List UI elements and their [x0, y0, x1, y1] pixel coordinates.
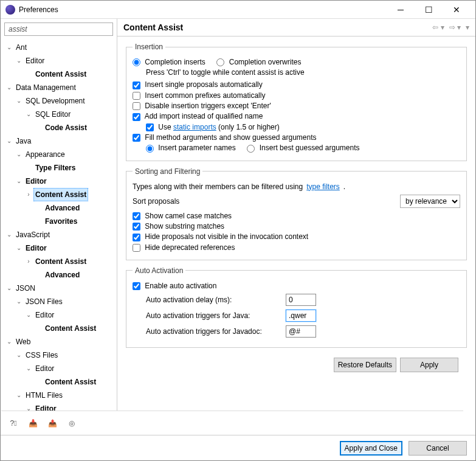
tree-item-label: Type Filters: [33, 161, 77, 175]
tree-item[interactable]: ⌄JavaScript: [3, 228, 117, 241]
tree-item[interactable]: ⌄Web: [3, 335, 117, 348]
cb-use-static-imports[interactable]: Use static imports (only 1.5 or higher): [146, 123, 280, 131]
export-icon[interactable]: 📤: [46, 417, 58, 429]
tree-item[interactable]: ⌄JSON Files: [3, 295, 117, 308]
sort-proposals-select[interactable]: by relevance: [400, 195, 460, 208]
radio-insert-param-names[interactable]: Insert parameter names: [146, 144, 236, 152]
expanded-icon[interactable]: ⌄: [5, 135, 13, 147]
insertion-group: Insertion Completion inserts Completion …: [126, 43, 467, 161]
preferences-tree[interactable]: ⌄Ant⌄EditorContent Assist⌄Data Managemen…: [1, 40, 117, 426]
expanded-icon[interactable]: ⌄: [15, 55, 22, 67]
expanded-icon[interactable]: ⌄: [25, 309, 32, 321]
maximize-button[interactable]: ☐: [415, 1, 443, 19]
collapsed-icon[interactable]: ›: [25, 189, 32, 201]
type-filters-link[interactable]: type filters: [306, 182, 340, 191]
auto-javadoc-input[interactable]: [286, 325, 316, 338]
radio-completion-overwrites[interactable]: Completion overwrites: [216, 58, 301, 66]
tree-item-label: Content Assist: [43, 375, 98, 389]
tree-item[interactable]: Advanced: [3, 268, 117, 282]
cb-hide-deprecated[interactable]: Hide deprecated references: [133, 243, 235, 252]
back-icon[interactable]: ⇦ ▾: [432, 23, 444, 32]
collapsed-icon[interactable]: ›: [25, 255, 32, 268]
cb-hide-invisible[interactable]: Hide proposals not visible in the invoca…: [133, 232, 308, 241]
sorting-group: Sorting and Filtering Types along with t…: [126, 167, 467, 260]
cb-fill-method-args[interactable]: Fill method arguments and show guessed a…: [133, 133, 317, 142]
expanded-icon[interactable]: ⌄: [5, 229, 13, 241]
tree-item[interactable]: ›Content Assist: [3, 188, 117, 201]
expanded-icon[interactable]: ⌄: [15, 148, 22, 161]
cb-disable-triggers[interactable]: Disable insertion triggers except 'Enter…: [133, 102, 271, 110]
tree-item[interactable]: ⌄HTML Files: [3, 389, 117, 402]
toolbar-icons: ?⃝ 📥 📤 ◎: [1, 411, 463, 435]
expanded-icon[interactable]: ⌄: [15, 242, 22, 254]
apply-button[interactable]: Apply: [400, 358, 458, 372]
apply-and-close-button[interactable]: Apply and Close: [340, 441, 402, 456]
tree-item[interactable]: ⌄Editor: [3, 54, 117, 68]
cb-camel-case[interactable]: Show camel case matches: [133, 212, 232, 220]
auto-java-input[interactable]: [286, 310, 316, 322]
filter-input[interactable]: [4, 23, 113, 36]
cb-enable-auto[interactable]: Enable auto activation: [133, 282, 216, 290]
tree-item-label: Content Assist: [43, 322, 98, 335]
oomph-icon[interactable]: ◎: [66, 417, 78, 429]
tree-item-label: SQL Development: [24, 94, 87, 108]
expanded-icon[interactable]: ⌄: [5, 336, 13, 348]
tree-item[interactable]: ⌄SQL Editor: [3, 108, 117, 121]
tree-item[interactable]: ⌄SQL Development: [3, 94, 117, 108]
minimize-button[interactable]: ─: [387, 1, 415, 19]
tree-item[interactable]: Type Filters: [3, 161, 117, 175]
tree-item-label: Content Assist: [33, 188, 88, 201]
menu-icon[interactable]: ▾: [466, 23, 469, 32]
auto-delay-input[interactable]: [286, 294, 316, 306]
tree-item[interactable]: ⌄Editor: [3, 308, 117, 322]
cancel-button[interactable]: Cancel: [409, 441, 467, 456]
expanded-icon[interactable]: ⌄: [25, 362, 32, 375]
static-imports-link[interactable]: static imports: [173, 123, 216, 131]
tree-item-label: Java: [14, 134, 33, 148]
tree-item[interactable]: Code Assist: [3, 121, 117, 134]
tree-item[interactable]: Advanced: [3, 201, 117, 215]
expanded-icon[interactable]: ⌄: [5, 282, 13, 294]
import-icon[interactable]: 📥: [27, 417, 39, 429]
tree-item-label: Content Assist: [33, 68, 88, 81]
forward-icon[interactable]: ⇨ ▾: [449, 23, 461, 32]
tree-item[interactable]: ⌄Data Management: [3, 81, 117, 94]
tree-item[interactable]: Content Assist: [3, 375, 117, 389]
expanded-icon[interactable]: ⌄: [25, 108, 32, 120]
cb-add-import[interactable]: Add import instead of qualified name: [133, 112, 263, 120]
tree-item[interactable]: ›Content Assist: [3, 255, 117, 268]
tree-item[interactable]: ⌄Editor: [3, 175, 117, 188]
auto-delay-label: Auto activation delay (ms):: [146, 296, 286, 304]
cb-insert-single[interactable]: Insert single proposals automatically: [133, 80, 263, 89]
sorting-desc: Types along with their members can be fi…: [133, 182, 460, 191]
tree-item[interactable]: ⌄Editor: [3, 362, 117, 375]
expanded-icon[interactable]: ⌄: [15, 296, 22, 308]
radio-insert-best-guessed[interactable]: Insert best guessed arguments: [247, 144, 359, 152]
tree-item-label: Editor: [24, 54, 46, 68]
tree-item[interactable]: ⌄JSON: [3, 282, 117, 295]
tree-item[interactable]: ⌄CSS Files: [3, 348, 117, 362]
expanded-icon[interactable]: ⌄: [5, 81, 13, 94]
tree-item-label: HTML Files: [24, 389, 64, 402]
tree-item[interactable]: Content Assist: [3, 68, 117, 81]
expanded-icon[interactable]: ⌄: [15, 175, 22, 187]
restore-defaults-button[interactable]: Restore Defaults: [334, 358, 396, 372]
help-icon[interactable]: ?⃝: [7, 417, 19, 429]
tree-item[interactable]: ⌄Editor: [3, 241, 117, 255]
tree-item[interactable]: ⌄Ant: [3, 41, 117, 54]
cb-substring[interactable]: Show substring matches: [133, 222, 224, 230]
expanded-icon[interactable]: ⌄: [5, 41, 13, 54]
tree-item[interactable]: Content Assist: [3, 322, 117, 335]
radio-completion-inserts[interactable]: Completion inserts: [133, 58, 205, 66]
tree-item[interactable]: ⌄Appearance: [3, 148, 117, 161]
close-button[interactable]: ✕: [443, 1, 471, 19]
cb-insert-common[interactable]: Insert common prefixes automatically: [133, 91, 265, 100]
tree-item-label: Data Management: [14, 81, 78, 94]
tree-item[interactable]: ⌄Java: [3, 134, 117, 148]
expanded-icon[interactable]: ⌄: [15, 95, 22, 107]
tree-item-label: Favorites: [43, 215, 79, 228]
tree-item-label: Editor: [33, 308, 56, 322]
expanded-icon[interactable]: ⌄: [15, 349, 22, 361]
expanded-icon[interactable]: ⌄: [15, 389, 22, 401]
tree-item[interactable]: Favorites: [3, 215, 117, 228]
